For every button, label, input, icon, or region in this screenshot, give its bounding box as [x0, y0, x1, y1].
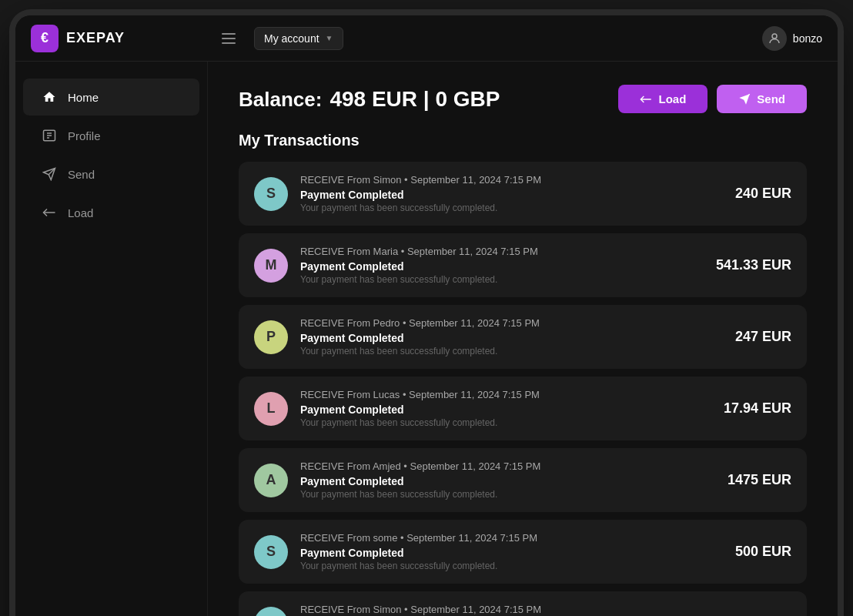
tx-title: RECEIVE From Simon • September 11, 2024 …	[300, 174, 723, 186]
tx-description: Your payment has been successfully compl…	[300, 274, 704, 285]
tx-title: RECEIVE From Pedro • September 11, 2024 …	[300, 317, 723, 329]
hamburger-button[interactable]	[216, 30, 242, 47]
tx-title: RECEIVE From Simon • September 11, 2024 …	[300, 604, 723, 615]
tx-avatar: M	[254, 249, 288, 283]
tx-avatar: A	[254, 464, 288, 497]
tx-details: RECEIVE From Amjed • September 11, 2024 …	[300, 460, 715, 500]
tx-details: RECEIVE From Lucas • September 11, 2024 …	[300, 389, 711, 428]
main-content: Balance: 498 EUR | 0 GBP Load	[208, 62, 838, 616]
action-buttons: Load Send	[618, 85, 807, 113]
tx-title: RECEIVE From Maria • September 11, 2024 …	[300, 246, 704, 257]
tx-status: Payment Completed	[300, 547, 723, 559]
tx-description: Your payment has been successfully compl…	[300, 203, 723, 213]
hamburger-line-1	[222, 33, 236, 35]
send-button[interactable]: Send	[717, 85, 807, 113]
transaction-item: A RECEIVE From Amjed • September 11, 202…	[239, 448, 807, 512]
tx-details: RECEIVE From Pedro • September 11, 2024 …	[300, 317, 723, 357]
sidebar: Home Profile	[15, 62, 208, 616]
tx-status: Payment Completed	[300, 475, 715, 487]
load-button[interactable]: Load	[618, 85, 707, 113]
balance-display: Balance: 498 EUR | 0 GBP	[239, 87, 500, 112]
sidebar-item-send[interactable]: Send	[23, 156, 199, 192]
load-icon	[42, 205, 57, 220]
sidebar-item-send-label: Send	[68, 168, 95, 181]
sidebar-item-load[interactable]: Load	[23, 194, 199, 231]
tx-status: Payment Completed	[300, 403, 711, 416]
tx-title: RECEIVE From Lucas • September 11, 2024 …	[300, 389, 711, 400]
device-frame: € EXEPAY My account ▼	[15, 15, 838, 616]
sidebar-item-profile[interactable]: Profile	[23, 117, 199, 154]
tx-details: RECEIVE From Simon • September 11, 2024 …	[300, 604, 723, 616]
sidebar-item-load-label: Load	[68, 206, 93, 219]
balance-label: Balance:	[239, 88, 322, 112]
user-menu-button[interactable]: bonzo	[762, 26, 822, 51]
account-dropdown[interactable]: My account ▼	[254, 27, 343, 50]
tx-description: Your payment has been successfully compl…	[300, 561, 723, 571]
transaction-item: S RECEIVE From Simon • September 11, 202…	[239, 162, 807, 226]
hamburger-line-2	[222, 38, 236, 39]
user-icon	[762, 26, 787, 51]
sidebar-item-home-label: Home	[68, 91, 99, 104]
tx-avatar: S	[254, 535, 288, 569]
transaction-item: S RECEIVE From Simon • September 11, 202…	[239, 591, 807, 616]
send-button-icon	[738, 93, 751, 105]
load-button-label: Load	[658, 92, 686, 105]
transactions-title: My Transactions	[239, 132, 807, 149]
tx-amount: 17.94 EUR	[724, 400, 791, 417]
transaction-item: P RECEIVE From Pedro • September 11, 202…	[239, 305, 807, 369]
header-center: My account ▼	[216, 27, 762, 50]
tx-description: Your payment has been successfully compl…	[300, 417, 711, 428]
tx-description: Your payment has been successfully compl…	[300, 489, 715, 500]
logo-text: EXEPAY	[66, 30, 125, 46]
transaction-item: L RECEIVE From Lucas • September 11, 202…	[239, 377, 807, 440]
tx-avatar: P	[254, 320, 288, 354]
tx-title: RECEIVE From Amjed • September 11, 2024 …	[300, 460, 715, 472]
svg-point-0	[772, 34, 777, 38]
balance-bar: Balance: 498 EUR | 0 GBP Load	[239, 85, 807, 113]
logo-area: € EXEPAY	[31, 25, 216, 52]
tx-details: RECEIVE From Simon • September 11, 2024 …	[300, 174, 723, 213]
send-button-label: Send	[757, 92, 785, 105]
sidebar-item-home[interactable]: Home	[23, 79, 199, 116]
tx-status: Payment Completed	[300, 189, 723, 201]
tx-details: RECEIVE From some • September 11, 2024 7…	[300, 532, 723, 571]
chevron-down-icon: ▼	[326, 34, 333, 42]
layout: Home Profile	[15, 62, 838, 616]
tx-description: Your payment has been successfully compl…	[300, 346, 723, 357]
tx-status: Payment Completed	[300, 260, 704, 273]
tx-avatar: S	[254, 177, 288, 211]
transaction-list: S RECEIVE From Simon • September 11, 202…	[239, 162, 807, 616]
profile-icon	[42, 128, 57, 143]
transaction-item: S RECEIVE From some • September 11, 2024…	[239, 520, 807, 584]
header: € EXEPAY My account ▼	[15, 15, 838, 62]
account-dropdown-label: My account	[264, 32, 319, 45]
tx-avatar: L	[254, 392, 288, 426]
tx-amount: 240 EUR	[735, 186, 791, 202]
header-right: bonzo	[762, 26, 822, 51]
home-icon	[42, 89, 57, 105]
tx-amount: 500 EUR	[735, 544, 791, 560]
load-button-icon	[640, 93, 652, 105]
logo-icon: €	[31, 25, 59, 52]
tx-amount: 1475 EUR	[728, 472, 791, 488]
sidebar-item-profile-label: Profile	[68, 129, 101, 142]
tx-details: RECEIVE From Maria • September 11, 2024 …	[300, 246, 704, 285]
tx-avatar: S	[254, 607, 288, 617]
transaction-item: M RECEIVE From Maria • September 11, 202…	[239, 233, 807, 297]
send-icon	[42, 166, 57, 182]
username: bonzo	[793, 32, 822, 45]
svg-marker-10	[740, 94, 750, 104]
tx-title: RECEIVE From some • September 11, 2024 7…	[300, 532, 723, 544]
tx-status: Payment Completed	[300, 332, 723, 344]
tx-amount: 247 EUR	[735, 329, 791, 345]
hamburger-line-3	[222, 42, 236, 44]
balance-amount: 498 EUR | 0 GBP	[329, 87, 500, 112]
tx-amount: 541.33 EUR	[716, 257, 791, 273]
